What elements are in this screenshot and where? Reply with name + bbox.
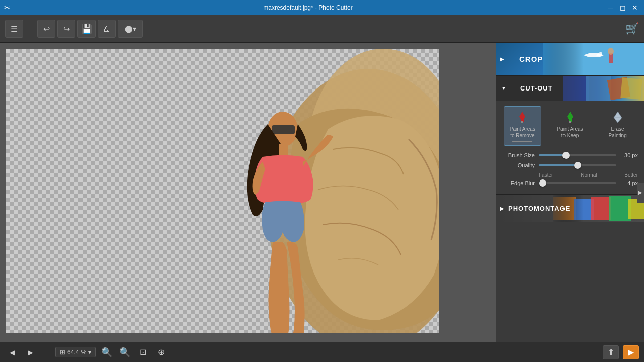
fit-icon: ⊡ [140,347,146,357]
quality-row: Quality [502,162,638,168]
action-button[interactable]: ▶ [623,345,639,359]
titlebar: ✂ maxresdefault.jpg* - Photo Cutter ─ ◻ … [0,0,644,15]
edge-blur-thumb[interactable] [539,179,546,187]
quality-labels: Faster Normal Better [502,172,638,180]
redo-icon: ↪ [63,24,70,34]
minimize-button[interactable]: ─ [606,3,616,13]
photomontage-arrow-icon: ▶ [500,206,504,211]
share-button[interactable]: ⬤▾ [118,20,143,38]
erase-label: ErasePainting [609,126,627,139]
svg-rect-10 [543,43,584,75]
fit-window-button[interactable]: ⊡ [136,345,150,359]
paint-keep-tool[interactable]: Paint Areasto Keep [551,106,589,146]
quality-normal-label: Normal [581,172,597,178]
photomontage-label: PHOTOMONTAGE [508,205,570,212]
zoom-dropdown-icon: ▾ [88,349,91,356]
prev-icon: ◀ [10,348,15,356]
export-icon: ⬆ [608,347,614,357]
panel-scroll-arrow[interactable]: ▶ [637,183,644,203]
crop-preview-image [543,43,644,75]
edge-blur-track[interactable] [539,182,616,184]
zoom-out-button[interactable]: 🔍 [100,345,114,359]
svg-rect-26 [591,197,611,220]
restore-button[interactable]: ◻ [618,3,628,13]
right-panel: ▶ CROP ▼ CUT-OUT [496,43,644,342]
quality-faster-label: Faster [539,172,553,178]
svg-rect-21 [569,121,571,123]
brush-size-track[interactable] [539,154,616,156]
prev-image-button[interactable]: ◀ [5,345,19,359]
zoom-out-icon: 🔍 [101,347,112,358]
sliders-section: Brush Size 30 px Quality [496,148,644,194]
remove-brush-svg [515,110,529,124]
active-indicator [512,141,532,142]
crop-label: CROP [519,55,543,63]
zoom-in-button[interactable]: 🔍 [118,345,132,359]
paint-remove-tool[interactable]: Paint Areasto Remove [504,106,541,146]
svg-rect-3 [272,125,295,134]
undo-button[interactable]: ↩ [37,20,55,38]
canvas-checkerboard [6,49,439,333]
share-icon: ⬤▾ [125,25,136,33]
menu-icon: ☰ [11,24,18,34]
zoom-value: 64.4 % [67,349,86,356]
next-icon: ▶ [28,348,33,356]
close-button[interactable]: ✕ [630,3,640,13]
brush-size-value: 30 px [620,152,638,158]
cart-button[interactable]: 🛒 [625,22,639,35]
window-controls: ─ ◻ ✕ [606,3,640,13]
keep-brush-svg [563,110,577,124]
cutout-preview-svg [564,76,644,101]
quality-thumb[interactable] [574,162,581,169]
menu-button[interactable]: ☰ [5,20,23,38]
zoom-in-icon: 🔍 [119,347,130,358]
brush-size-label: Brush Size [502,152,535,158]
undo-icon: ↩ [43,24,50,34]
save-button[interactable]: 💾 [77,20,96,38]
svg-marker-22 [614,112,622,123]
svg-point-9 [608,48,614,55]
save-icon: 💾 [81,23,92,34]
erase-svg [611,110,625,124]
paint-keep-icon [563,110,577,124]
cutout-section: ▼ CUT-OUT [496,75,644,194]
next-image-button[interactable]: ▶ [23,345,37,359]
svg-rect-15 [620,77,642,99]
paint-tools-row: Paint Areasto Remove Paint Areasto Keep [496,101,644,148]
print-icon: 🖨 [103,24,111,33]
window-title: maxresdefault.jpg* - Photo Cutter [10,4,606,11]
action-icon: ▶ [628,347,634,357]
canvas-area[interactable] [0,43,496,342]
statusbar: ◀ ▶ ⊞ 64.4 % ▾ 🔍 🔍 ⊡ ⊕ ⬆ ▶ [0,342,644,362]
redo-button[interactable]: ↪ [57,20,75,38]
grid-icon: ⊞ [60,348,65,356]
cutout-label: CUT-OUT [520,84,553,92]
cart-icon: 🛒 [625,22,639,35]
edge-blur-row: Edge Blur 4 px [502,180,638,186]
crop-section[interactable]: ▶ CROP [496,43,644,75]
brush-size-thumb[interactable] [562,152,570,159]
quality-better-label: Better [624,172,638,178]
quality-fill [539,164,578,166]
svg-rect-4 [279,144,288,157]
paint-keep-label: Paint Areasto Keep [557,126,583,139]
erase-tool[interactable]: ErasePainting [599,106,636,146]
paint-remove-icon [515,110,529,124]
cutout-arrow-icon: ▼ [501,85,506,91]
export-button[interactable]: ⬆ [603,345,619,359]
paint-remove-label: Paint Areasto Remove [510,126,535,139]
toolbar: ☰ ↩ ↪ 💾 🖨 ⬤▾ 🛒 [0,15,644,43]
cutout-preview-image [564,76,644,101]
zoom-selector[interactable]: ⊞ 64.4 % ▾ [55,347,96,357]
actual-size-icon: ⊕ [158,347,165,357]
quality-label: Quality [502,162,535,168]
edge-blur-label: Edge Blur [502,180,535,186]
canvas-wrapper [6,49,496,342]
svg-rect-12 [564,76,589,101]
cutout-header[interactable]: ▼ CUT-OUT [496,76,644,101]
svg-rect-13 [586,76,611,101]
print-button[interactable]: 🖨 [98,20,116,38]
actual-size-button[interactable]: ⊕ [154,345,168,359]
quality-track[interactable] [539,164,616,166]
photomontage-section[interactable]: ▶ PHOTOMONTAGE [496,194,644,222]
